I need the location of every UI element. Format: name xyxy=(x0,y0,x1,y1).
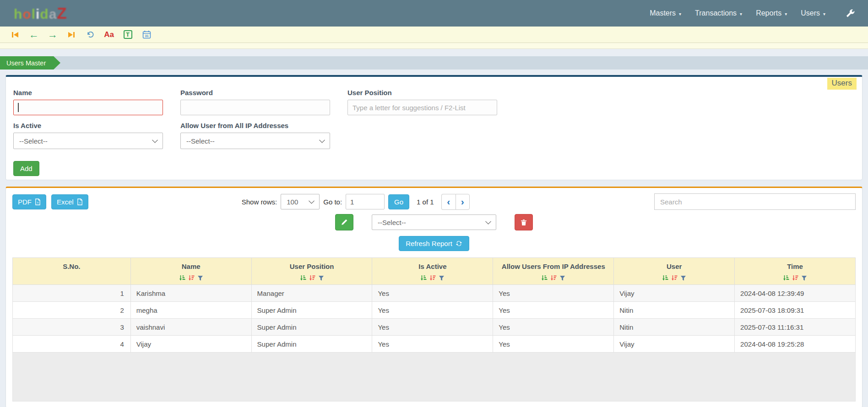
sort-asc-icon[interactable] xyxy=(420,275,427,281)
text-tool-icon[interactable]: T xyxy=(122,29,134,40)
goto-page-input[interactable] xyxy=(346,194,385,209)
menu-users[interactable]: Users▾ xyxy=(801,9,825,17)
svg-text:x: x xyxy=(79,201,81,204)
bulk-action-select[interactable]: --Select-- xyxy=(372,214,496,230)
text-caret xyxy=(18,103,19,112)
filter-funnel-icon[interactable] xyxy=(559,275,565,281)
users-grid-panel: PDF A Excel x Show rows: 100 Go to: Go 1… xyxy=(5,187,863,407)
add-button[interactable]: Add xyxy=(13,161,39,176)
sort-asc-icon[interactable] xyxy=(179,275,185,281)
sort-desc-icon[interactable] xyxy=(671,275,678,281)
sort-asc-icon[interactable] xyxy=(541,275,548,281)
table-row[interactable]: 1 Karishma Manager Yes Yes Vijay 2024-04… xyxy=(13,285,856,302)
name-label: Name xyxy=(13,89,163,96)
chevron-down-icon: ▾ xyxy=(740,11,742,16)
chevron-down-icon: ▾ xyxy=(823,11,825,16)
sort-filter-controls[interactable] xyxy=(737,274,853,282)
sort-desc-icon[interactable] xyxy=(550,275,557,281)
sort-asc-icon[interactable] xyxy=(662,275,668,281)
column-header-sno: S.No. xyxy=(13,258,131,285)
sort-asc-icon[interactable] xyxy=(783,275,789,281)
filter-funnel-icon[interactable] xyxy=(197,275,203,281)
users-table: S.No. Name User Position xyxy=(12,257,856,353)
sort-desc-icon[interactable] xyxy=(309,275,315,281)
edit-button[interactable] xyxy=(335,214,353,230)
table-row[interactable]: 2 megha Super Admin Yes Yes Nitin 2025-0… xyxy=(13,302,856,319)
row-actions: --Select-- xyxy=(12,214,856,230)
filter-funnel-icon[interactable] xyxy=(439,275,445,281)
top-navbar: holidaZ Masters▾ Transactions▾ Reports▾ … xyxy=(0,0,868,27)
grid-toolbar: PDF A Excel x Show rows: 100 Go to: Go 1… xyxy=(12,193,856,210)
font-size-icon[interactable]: Aa xyxy=(103,29,115,40)
next-page-button[interactable]: › xyxy=(456,194,470,210)
main-menu: Masters▾ Transactions▾ Reports▾ Users▾ xyxy=(650,9,855,18)
name-field[interactable] xyxy=(13,100,163,115)
search-input[interactable] xyxy=(654,193,856,210)
pager-controls: Show rows: 100 Go to: Go 1 of 1 ‹ › xyxy=(242,194,470,210)
is-active-label: Is Active xyxy=(13,122,163,129)
app-logo[interactable]: holidaZ xyxy=(14,4,67,22)
svg-text:A: A xyxy=(37,201,39,204)
filter-funnel-icon[interactable] xyxy=(680,275,686,281)
sort-filter-controls[interactable] xyxy=(133,274,250,282)
pdf-file-icon: A xyxy=(35,198,41,205)
password-label: Password xyxy=(180,89,330,96)
excel-file-icon: x xyxy=(77,198,83,205)
panel-badge: Users xyxy=(827,78,857,90)
menu-reports[interactable]: Reports▾ xyxy=(756,9,787,17)
column-header-time: Time xyxy=(735,258,856,285)
sort-desc-icon[interactable] xyxy=(188,275,195,281)
export-buttons: PDF A Excel x xyxy=(12,194,88,209)
sort-filter-controls[interactable] xyxy=(616,274,732,282)
pencil-icon xyxy=(341,219,348,226)
breadcrumb: Users Master xyxy=(0,56,868,70)
breadcrumb-users-master-tab[interactable]: Users Master xyxy=(0,56,60,70)
sort-filter-controls[interactable] xyxy=(254,274,370,282)
column-header-is-active: Is Active xyxy=(372,258,493,285)
filter-funnel-icon[interactable] xyxy=(318,275,324,281)
previous-record-icon[interactable]: ← xyxy=(28,29,40,40)
refresh-row: Refresh Report xyxy=(12,236,856,251)
sort-desc-icon[interactable] xyxy=(792,275,798,281)
menu-masters[interactable]: Masters▾ xyxy=(650,9,681,17)
sort-filter-controls[interactable] xyxy=(374,274,491,282)
show-rows-select[interactable]: 100 xyxy=(281,194,320,209)
filter-funnel-icon[interactable] xyxy=(801,275,807,281)
pdf-export-button[interactable]: PDF A xyxy=(12,194,46,209)
first-record-icon[interactable] xyxy=(9,29,21,40)
undo-icon[interactable] xyxy=(84,29,96,40)
table-header-row: S.No. Name User Position xyxy=(13,258,856,285)
previous-page-button[interactable]: ‹ xyxy=(441,194,456,210)
user-position-label: User Position xyxy=(347,89,497,96)
is-active-select-wrap: --Select-- xyxy=(13,133,163,149)
sort-asc-icon[interactable] xyxy=(300,275,306,281)
column-header-allow-ip: Allow Users From IP Addresses xyxy=(493,258,614,285)
is-active-select[interactable]: --Select-- xyxy=(13,133,163,149)
toolbar-sub-strip xyxy=(0,43,868,49)
form-row-1: Name Password User Position xyxy=(13,89,855,115)
users-form-panel: Users Name Password User Position Is Act… xyxy=(5,75,863,180)
delete-button[interactable] xyxy=(515,214,533,230)
menu-transactions[interactable]: Transactions▾ xyxy=(695,9,742,17)
sort-filter-controls[interactable] xyxy=(495,274,612,282)
excel-export-button[interactable]: Excel x xyxy=(51,194,88,209)
allow-ip-label: Allow User from All IP Addresses xyxy=(180,122,330,129)
column-header-user: User xyxy=(614,258,735,285)
show-rows-select-wrap: 100 xyxy=(281,194,320,209)
show-rows-label: Show rows: xyxy=(242,198,277,206)
table-row[interactable]: 3 vaishnavi Super Admin Yes Yes Nitin 20… xyxy=(13,319,856,336)
settings-wrench-icon[interactable] xyxy=(846,9,855,18)
column-header-name: Name xyxy=(130,258,251,285)
chevron-down-icon: ▾ xyxy=(785,11,787,16)
go-button[interactable]: Go xyxy=(388,194,409,209)
calendar-icon[interactable]: 31 xyxy=(141,29,152,40)
sort-desc-icon[interactable] xyxy=(429,275,436,281)
form-row-2: Is Active --Select-- Allow User from All… xyxy=(13,122,855,149)
last-record-icon[interactable] xyxy=(65,29,77,40)
next-record-icon[interactable]: → xyxy=(47,29,59,40)
user-position-field[interactable] xyxy=(347,100,497,115)
table-row[interactable]: 4 Vijay Super Admin Yes Yes Vijay 2024-0… xyxy=(13,336,856,353)
allow-ip-select[interactable]: --Select-- xyxy=(180,133,330,149)
password-field[interactable] xyxy=(180,100,330,115)
refresh-report-button[interactable]: Refresh Report xyxy=(399,236,469,251)
